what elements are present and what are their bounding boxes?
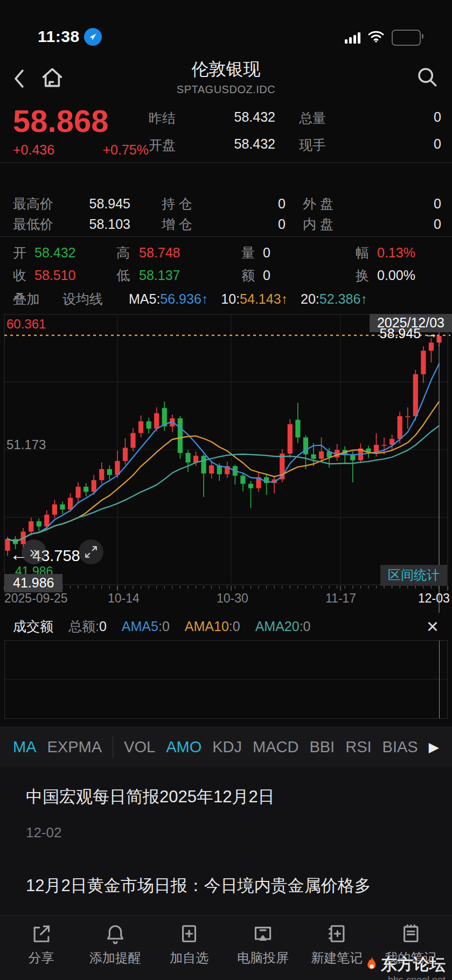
overlay-button[interactable]: 叠加 (13, 290, 40, 308)
stat-label: 高 (116, 244, 139, 262)
y-axis-max-label: 60.361 (6, 317, 46, 332)
x-axis-label: 10-30 (217, 591, 248, 606)
toolbar-label: 电脑投屏 (237, 949, 289, 967)
stat-label: 外 盘 (286, 195, 366, 213)
ma-label: 20: (301, 291, 319, 306)
tab-kdj[interactable]: KDJ (212, 738, 242, 756)
stat-label: 量 (241, 244, 263, 262)
tab-vol[interactable]: VOL (124, 738, 155, 756)
x-axis-label: 11-17 (325, 591, 356, 606)
x-axis-label: 12-03 (418, 591, 450, 606)
stat-label: 低 (116, 267, 139, 284)
ma-value: 56.936↑ (160, 291, 208, 306)
candlestick-chart[interactable]: 2025/12/03 58.945 → 60.361 51.173 ← 43.7… (0, 311, 452, 613)
more-tabs-icon[interactable]: ▶ (429, 739, 439, 755)
ma-label: MA5: (129, 291, 160, 306)
ama-value: :0 (229, 619, 240, 634)
stat-value: 0 (263, 245, 356, 261)
double-chevron-icon[interactable]: » (22, 540, 46, 564)
new-note-icon (326, 923, 347, 944)
news-title: 中国宏观每日简报2025年12月2日 (26, 786, 439, 808)
right-arrow-icon: → (425, 326, 438, 341)
flame-icon (364, 955, 380, 974)
watermark: 东方论坛 bbs.cnool.net (364, 955, 446, 980)
total-value: 0 (99, 619, 107, 634)
share-button[interactable]: 分享 (4, 923, 78, 980)
stat-value: 58.510 (34, 268, 116, 283)
ohlc-stats: 开 58.432 高 58.748 量 0 幅 0.13% 收 58.510 低… (0, 237, 452, 286)
toolbar-label: 新建笔记 (311, 949, 363, 967)
share-icon (31, 923, 52, 944)
ama-label: AMA5 (122, 619, 158, 634)
quote-stats-grid: 昨结 58.432 总量 0 开盘 58.432 现手 0 (149, 104, 441, 158)
price-change: +0.436 (13, 142, 54, 158)
min-price-badge: 41.986 (4, 574, 62, 592)
stat-label: 增 仓 (130, 215, 222, 233)
news-date: 12-02 (26, 824, 439, 841)
news-item[interactable]: 中国宏观每日简报2025年12月2日 12-02 (26, 786, 439, 841)
volume-title: 成交额 (13, 618, 53, 635)
add-alert-button[interactable]: 添加提醒 (78, 923, 152, 980)
stat-value: 0.00% (377, 268, 441, 283)
watermark-name: 东方论坛 (381, 956, 446, 972)
my-notes-icon (400, 923, 421, 944)
search-icon[interactable] (416, 66, 438, 90)
stat-value: 0 (366, 196, 441, 212)
tab-ma[interactable]: MA (13, 738, 37, 756)
stat-label: 昨结 (149, 109, 192, 127)
stat-value: 58.137 (139, 268, 241, 283)
last-price: 58.868 (13, 104, 149, 138)
volume-chart-area[interactable] (4, 640, 448, 719)
latest-price-label: 58.945 → (380, 326, 438, 341)
stat-value: 0 (222, 196, 286, 212)
ma-settings-bar: 叠加 设均线 MA5:56.936↑ 10:54.143↑ 20:52.386↑ (0, 286, 452, 311)
stat-value: 0 (263, 268, 356, 283)
stat-label: 内 盘 (286, 215, 366, 233)
stat-label: 最低价 (13, 215, 73, 233)
close-icon[interactable]: ✕ (426, 618, 439, 636)
x-axis-label: 2025-09-25 (4, 591, 68, 606)
tab-bias[interactable]: BIAS (383, 738, 418, 756)
set-ma-button[interactable]: 设均线 (62, 290, 103, 308)
ama-label: AMA20 (255, 619, 300, 634)
stat-label: 总量 (275, 109, 345, 127)
range-statistics-button[interactable]: 区间统计 (380, 565, 447, 586)
stat-value: 58.432 (192, 136, 275, 154)
stat-value: 0 (345, 109, 441, 127)
quote-block: 58.868 +0.436 +0.75% 昨结 58.432 总量 0 开盘 5… (0, 102, 452, 163)
status-bar: 11:38 (0, 0, 452, 51)
total-label: 总额: (68, 619, 99, 634)
stat-label: 持 仓 (130, 195, 222, 213)
stat-label: 幅 (356, 244, 377, 262)
new-note-button[interactable]: 新建笔记 (300, 923, 374, 980)
battery-icon (392, 30, 421, 46)
stat-label: 开 (13, 244, 34, 262)
stat-value: 0.13% (377, 245, 441, 261)
expand-icon[interactable] (79, 540, 103, 564)
add-watchlist-button[interactable]: 加自选 (152, 923, 226, 980)
crosshair-line (439, 641, 440, 718)
stat-value: 0 (366, 216, 441, 232)
stat-value: 0 (345, 136, 441, 154)
tab-bbi[interactable]: BBI (309, 738, 335, 756)
ama-value: :0 (300, 619, 311, 634)
tab-amo[interactable]: AMO (166, 738, 201, 756)
tab-rsi[interactable]: RSI (345, 738, 371, 756)
ama-value: :0 (158, 619, 170, 634)
news-title: 12月2日黄金市场日报：今日境内贵金属价格多 (26, 874, 439, 897)
stat-label: 开盘 (149, 136, 192, 154)
y-axis-mid-label: 51.173 (6, 437, 46, 452)
stat-label: 收 (13, 267, 34, 284)
page-title: 伦敦银现 (0, 58, 452, 81)
ama-label: AMA10 (185, 619, 229, 634)
add-watchlist-icon (178, 923, 200, 944)
tab-expma[interactable]: EXPMA (47, 738, 102, 756)
screen-cast-icon (252, 923, 274, 944)
news-item[interactable]: 12月2日黄金市场日报：今日境内贵金属价格多 (26, 874, 439, 897)
stat-value: 0 (222, 216, 286, 232)
price-change-pct: +0.75% (103, 142, 149, 158)
tab-macd[interactable]: MACD (253, 738, 298, 756)
screen-cast-button[interactable]: 电脑投屏 (226, 923, 300, 980)
tab-divider (113, 736, 113, 758)
stat-value: 58.945 (73, 196, 130, 212)
